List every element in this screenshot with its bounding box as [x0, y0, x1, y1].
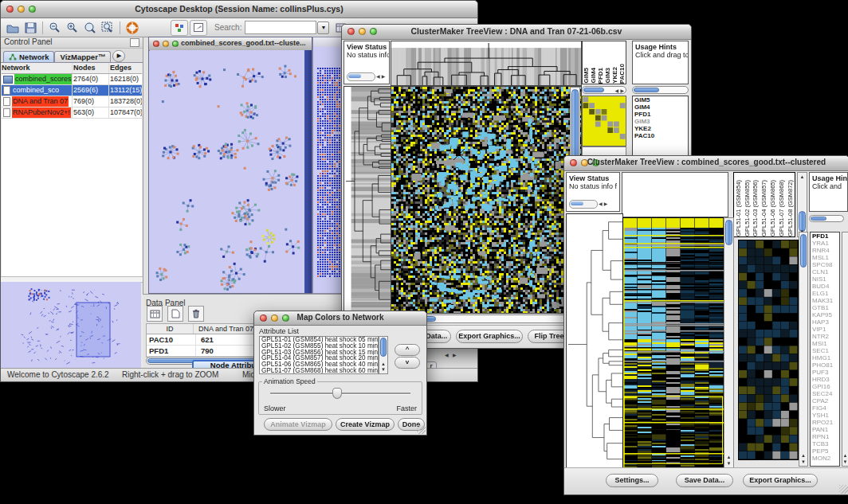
gene-label[interactable]: NTR2 [811, 333, 839, 340]
speed-slider-thumb[interactable] [332, 388, 342, 399]
view-status-scrollbar[interactable] [347, 72, 375, 81]
gene-label[interactable]: PFD1 [811, 232, 839, 240]
frame-minimize-button[interactable] [163, 41, 169, 47]
export-graphics-button[interactable]: Export Graphics... [456, 330, 523, 343]
search-input[interactable] [245, 21, 316, 34]
scroll-down-arrow[interactable]: ▼ [799, 459, 807, 465]
save-data-button[interactable]: Save Data... [676, 474, 733, 487]
tv2-column-tree-area[interactable] [622, 172, 728, 217]
attribute-list-scrollbar[interactable]: ▲ ▼ [379, 336, 388, 374]
gene-label[interactable]: GIM3 [633, 118, 688, 125]
gene-label[interactable]: MSL1 [811, 254, 839, 261]
frame-close-button[interactable] [153, 41, 159, 47]
zoom-selected-icon[interactable] [82, 21, 98, 35]
gene-label[interactable]: ELG1 [811, 290, 839, 297]
gene-label[interactable]: SEC24 [811, 390, 839, 397]
gene-label[interactable]: RPN1 [811, 433, 839, 440]
tv1-genelist-hscrollbar[interactable] [632, 86, 689, 94]
column-label[interactable]: GPL51-06 (GSM865) [770, 180, 776, 236]
gene-label[interactable]: HRD3 [811, 376, 839, 383]
gene-label[interactable]: FIG4 [811, 404, 839, 412]
gene-label[interactable]: CPA2 [811, 397, 839, 404]
resize-grip[interactable] [839, 485, 848, 494]
birdseye-view[interactable] [1, 282, 141, 368]
dialog-titlebar[interactable]: Map Colors to Network [254, 311, 426, 326]
tv2-heatmap-vscrollbar[interactable]: ▲ ▼ [724, 217, 734, 468]
scroll-up-arrow[interactable]: ▲ [379, 361, 387, 367]
tv1-column-dendrogram[interactable] [391, 41, 582, 86]
tab-vizmapper[interactable]: VizMapper™ [54, 51, 111, 62]
gene-label[interactable]: BUD4 [811, 283, 839, 290]
tv2-column-labels-scrollbar[interactable]: ▲ ▼ [797, 172, 807, 237]
column-label[interactable]: GPL51-01 (GSM854) [736, 180, 742, 236]
column-label[interactable]: PAC10 [619, 64, 626, 84]
gene-label[interactable]: TCB3 [811, 440, 839, 447]
scroll-up-arrow[interactable]: ▲ [724, 455, 733, 460]
attribute-select-icon[interactable] [147, 306, 163, 322]
zoom-in-icon[interactable] [65, 21, 80, 35]
scroll-down-arrow[interactable]: ▼ [724, 461, 733, 467]
gene-label[interactable]: SEC1 [811, 347, 839, 354]
gene-label[interactable]: RNR4 [811, 247, 839, 254]
gene-label[interactable]: GIM4 [633, 104, 688, 111]
tv1-row-dendrogram[interactable] [344, 86, 391, 314]
gene-label[interactable]: GIM5 [633, 96, 688, 104]
network-row[interactable]: RNAPuberNov2+!563(0)107847(0) [2, 107, 142, 119]
more-tabs-button[interactable]: ▶ [112, 50, 125, 62]
gene-label[interactable]: PEP5 [811, 447, 839, 455]
gene-label[interactable]: CLN1 [811, 268, 839, 275]
column-label[interactable]: GPL51-03 (GSM856) [752, 180, 759, 236]
scroll-left-arrow[interactable]: ◀ [614, 88, 619, 95]
scroll-left-arrow[interactable]: ◀ [598, 201, 603, 208]
save-icon[interactable] [22, 21, 38, 35]
scroll-down-arrow[interactable]: ▼ [379, 367, 387, 373]
open-file-icon[interactable] [5, 21, 21, 35]
gene-label[interactable]: MON2 [811, 455, 839, 462]
scroll-up-arrow[interactable]: ▲ [798, 174, 807, 180]
scroll-left-arrow[interactable]: ◀ [444, 352, 450, 359]
column-label[interactable]: GPL51-04 (GSM857) [761, 180, 768, 236]
column-label[interactable]: GPL51-08 (GSM872) [787, 180, 794, 236]
delete-attribute-icon[interactable] [188, 306, 204, 322]
network-row[interactable]: DNA and Tran 07769(0)183728(0) [2, 96, 142, 107]
gene-label[interactable]: NIS1 [811, 275, 839, 283]
gene-label[interactable]: PAC10 [633, 132, 688, 139]
tv2-genelist-scrollbar[interactable]: ▲ ▼ [799, 232, 808, 467]
scroll-down-arrow[interactable]: ▼ [842, 459, 848, 465]
tv2-titlebar[interactable]: ClusterMaker TreeView : combined_scores_… [564, 156, 848, 171]
tv2-far-scrollbar[interactable]: ▲ ▼ [842, 232, 848, 467]
float-panel-icon[interactable] [130, 38, 139, 47]
resize-grip[interactable] [417, 425, 426, 434]
column-label[interactable]: GPL51-07 (GSM868) [779, 180, 785, 236]
gene-label[interactable]: MSI1 [811, 340, 839, 347]
network-row[interactable]: combined_scores2764(0)16218(0) [2, 74, 142, 85]
gene-label[interactable]: VIP1 [811, 326, 839, 333]
scroll-right-arrow[interactable]: ▶ [452, 352, 457, 359]
help-lifesaver-icon[interactable] [124, 21, 140, 35]
column-label[interactable]: GIM3 [605, 68, 611, 84]
gene-label[interactable]: PAN1 [811, 426, 839, 433]
gene-label[interactable]: YRA1 [811, 240, 839, 247]
column-label[interactable]: PFD1 [598, 68, 604, 84]
annotation-icon[interactable] [190, 20, 207, 36]
frame-zoom-button[interactable] [172, 41, 179, 47]
gene-label[interactable]: GTB1 [811, 304, 839, 311]
tv1-matrix-hscrollbar[interactable]: ◀ ▶ [582, 86, 626, 94]
gene-label[interactable]: YKE2 [633, 125, 688, 132]
attribute-item[interactable]: GPL51-07 (GSM868) heat shock 60 min [260, 368, 378, 374]
scroll-left-arrow[interactable]: ◀ [375, 73, 381, 80]
network-scroll-strip[interactable] [304, 50, 312, 293]
tab-network[interactable]: Network [3, 51, 54, 62]
gene-label[interactable]: KAP95 [811, 311, 839, 318]
scroll-right-arrow[interactable]: ▶ [381, 73, 387, 80]
gene-label[interactable]: YSH1 [811, 412, 839, 419]
scroll-up-arrow[interactable]: ▲ [842, 453, 848, 459]
gene-label[interactable]: GPI16 [811, 383, 839, 390]
view-status-scrollbar[interactable] [569, 200, 598, 209]
tv2-detail-heatmap[interactable] [738, 240, 799, 460]
column-label[interactable]: GPL51-02 (GSM855) [744, 180, 751, 236]
gene-label[interactable]: PFD1 [633, 111, 688, 118]
zoom-out-icon[interactable] [47, 21, 63, 35]
export-graphics-button[interactable]: Export Graphics... [743, 474, 818, 487]
scroll-right-arrow[interactable]: ▶ [603, 201, 609, 208]
